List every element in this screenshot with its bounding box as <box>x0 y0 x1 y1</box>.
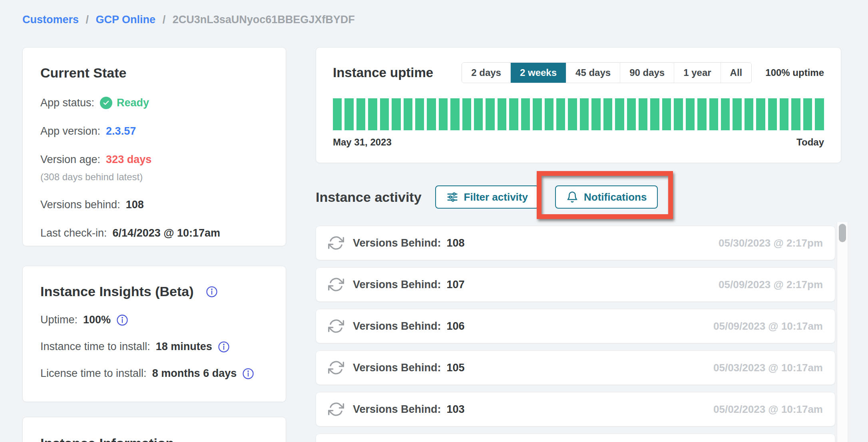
app-status-row: App status: Ready <box>40 97 268 109</box>
uptime-bar <box>521 98 530 130</box>
row-label: Versions Behind: <box>353 362 441 374</box>
uptime-header: Instance uptime 2 days 2 weeks 45 days 9… <box>333 62 824 83</box>
uptime-start-label: May 31, 2023 <box>333 137 392 148</box>
uptime-bar <box>533 98 542 130</box>
uptime-bar <box>674 98 683 130</box>
activity-scrollbar-thumb[interactable] <box>839 224 846 242</box>
last-checkin-row: Last check-in: 6/14/2023 @ 10:17am <box>40 227 268 239</box>
app-version-row: App version: 2.3.57 <box>40 125 268 137</box>
versions-behind-row: Versions behind: 108 <box>40 199 268 211</box>
uptime-bar <box>356 98 365 130</box>
row-value: 108 <box>447 237 465 249</box>
list-item: Versions Behind: 106 05/09/2023 @ 10:17a… <box>316 309 835 343</box>
uptime-bar <box>780 98 788 130</box>
uptime-bar <box>545 98 553 130</box>
notifications-button-wrap: Notifications <box>555 185 658 209</box>
uptime-bar <box>803 98 812 130</box>
uptime-bar <box>733 98 741 130</box>
app-version-value[interactable]: 2.3.57 <box>106 125 136 137</box>
instance-information-title: Instance Information <box>40 436 268 442</box>
uptime-bar <box>580 98 589 130</box>
last-checkin-value: 6/14/2023 @ 10:17am <box>113 227 221 239</box>
uptime-bar <box>662 98 671 130</box>
info-icon[interactable] <box>206 286 218 298</box>
info-icon[interactable] <box>116 314 128 326</box>
uptime-bar <box>650 98 659 130</box>
uptime-bar <box>627 98 636 130</box>
range-button-all[interactable]: All <box>721 63 752 83</box>
uptime-bar <box>639 98 647 130</box>
row-label: Versions Behind: <box>353 237 441 249</box>
uptime-range-group: 2 days 2 weeks 45 days 90 days 1 year Al… <box>462 62 752 83</box>
uptime-bar <box>486 98 494 130</box>
instance-uptime-card: Instance uptime 2 days 2 weeks 45 days 9… <box>316 47 841 163</box>
range-button-90-days[interactable]: 90 days <box>620 63 674 83</box>
uptime-bar <box>415 98 424 130</box>
uptime-bar <box>815 98 824 130</box>
row-timestamp: 05/30/2023 @ 2:17pm <box>719 237 823 249</box>
refresh-icon <box>328 318 344 334</box>
info-icon[interactable] <box>242 368 254 380</box>
uptime-bar <box>368 98 377 130</box>
current-state-card: Current State App status: Ready App vers… <box>22 47 286 246</box>
range-button-1-year[interactable]: 1 year <box>674 63 720 83</box>
versions-behind-value: 108 <box>126 199 144 211</box>
list-item: Versions Behind: 107 05/09/2023 @ 2:17pm <box>316 267 835 302</box>
version-age-row: Version age: 323 days <box>40 153 268 166</box>
list-item: Versions Behind: 108 05/30/2023 @ 2:17pm <box>316 226 835 260</box>
uptime-bar <box>756 98 765 130</box>
filter-activity-button[interactable]: Filter activity <box>435 185 539 209</box>
row-label: Versions Behind: <box>353 403 441 416</box>
range-button-2-weeks[interactable]: 2 weeks <box>510 63 566 83</box>
uptime-bar <box>333 98 342 130</box>
list-item: Versions Behind: 103 05/02/2023 @ 10:17a… <box>316 392 835 426</box>
instance-insights-title-row: Instance Insights (Beta) <box>40 284 268 299</box>
row-label: Versions Behind: <box>353 279 441 291</box>
uptime-end-label: Today <box>796 137 824 148</box>
last-checkin-label: Last check-in: <box>40 227 107 239</box>
version-age-value: 323 days <box>106 153 151 166</box>
uptime-bar <box>603 98 612 130</box>
uptime-row: Uptime: 100% <box>40 314 268 326</box>
notifications-button[interactable]: Notifications <box>555 185 658 209</box>
breadcrumb-customer-link[interactable]: GCP Online <box>96 14 156 26</box>
instance-activity-header: Instance activity Filter activity Notifi… <box>316 185 658 209</box>
refresh-icon <box>328 401 344 417</box>
refresh-icon <box>328 360 344 376</box>
uptime-title: Instance uptime <box>333 65 433 80</box>
instance-information-card: Instance Information <box>22 417 286 442</box>
uptime-bars <box>333 98 824 130</box>
breadcrumb-customers-link[interactable]: Customers <box>22 14 79 26</box>
row-value: 106 <box>447 320 465 332</box>
row-value: 105 <box>447 362 465 374</box>
versions-behind-label: Versions behind: <box>40 199 120 211</box>
app-status-label: App status: <box>40 97 94 109</box>
breadcrumb-separator: / <box>86 14 89 26</box>
range-button-45-days[interactable]: 45 days <box>566 63 620 83</box>
uptime-bar <box>392 98 400 130</box>
instance-install-value: 18 minutes <box>156 340 212 353</box>
uptime-bar <box>709 98 718 130</box>
uptime-bar <box>686 98 695 130</box>
uptime-bar <box>509 98 518 130</box>
uptime-bar <box>462 98 471 130</box>
uptime-bar <box>427 98 436 130</box>
uptime-bar <box>615 98 624 130</box>
uptime-bar <box>344 98 353 130</box>
uptime-bar <box>591 98 600 130</box>
instance-activity-list: Versions Behind: 108 05/30/2023 @ 2:17pm… <box>316 226 835 442</box>
row-timestamp: 05/03/2023 @ 10:17am <box>713 362 823 374</box>
uptime-axis-labels: May 31, 2023 Today <box>333 137 824 148</box>
uptime-label: Uptime: <box>40 314 78 326</box>
refresh-icon <box>328 235 344 251</box>
license-install-value: 8 months 6 days <box>152 367 237 380</box>
bell-icon <box>566 191 578 203</box>
uptime-bar <box>439 98 448 130</box>
range-button-2-days[interactable]: 2 days <box>462 63 510 83</box>
app-status-value: Ready <box>117 97 149 109</box>
list-item: Versions Behind: 105 05/03/2023 @ 10:17a… <box>316 350 835 385</box>
uptime-value: 100% <box>83 314 111 326</box>
breadcrumb: Customers / GCP Online / 2CU3nL3saUNyoc6… <box>22 14 355 26</box>
info-icon[interactable] <box>218 341 230 353</box>
activity-scrollbar-track[interactable] <box>837 222 848 442</box>
